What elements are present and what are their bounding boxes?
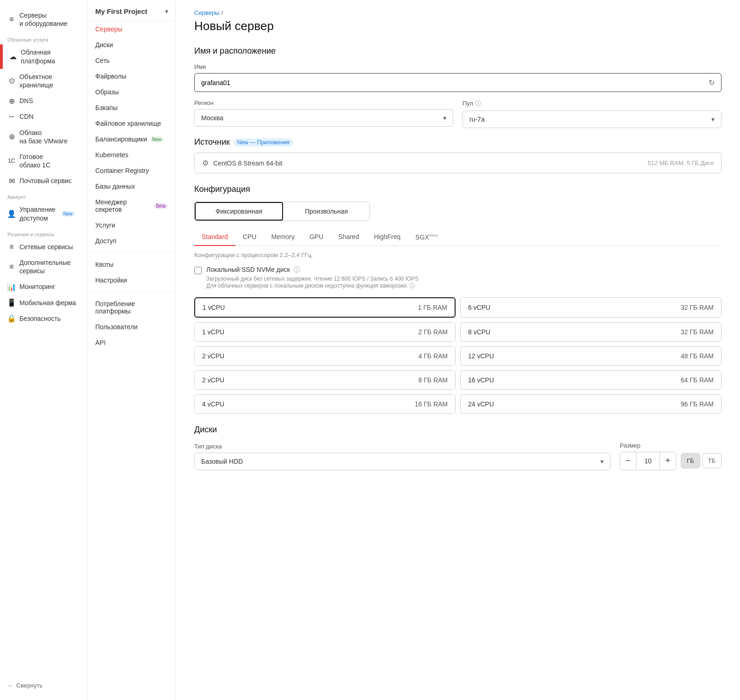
source-specs: 512 МБ RAM, 5 ГБ Диск [648,160,714,166]
config-fixed-btn[interactable]: Фиксированная [195,202,283,221]
config-custom-btn[interactable]: Произвольная [283,202,370,221]
unit-tb-btn[interactable]: ТБ [702,453,722,468]
unit-gb-btn[interactable]: ГБ [681,453,700,468]
mid-nav-kubernetes[interactable]: Kubernetes [88,147,175,163]
name-label: Имя [194,63,722,70]
config-option-1cpu-1ram[interactable]: 1 vCPU 1 ГБ RAM [194,297,456,318]
ssd-help-icon[interactable]: ⓘ [294,266,300,273]
page-title: Новый сервер [194,19,722,33]
sidebar-item-mobile-farm[interactable]: 📱 Мобильная ферма [0,295,87,311]
option-vcpu: 12 vCPU [468,352,494,360]
tab-sgx[interactable]: SGXBeta [408,228,445,246]
sidebar-item-mail[interactable]: ✉ Почтовый сервис [0,173,87,189]
config-toggle: Фиксированная Произвольная [194,202,370,221]
mid-nav-users-label: Пользователи [95,323,137,331]
disk-plus-btn[interactable]: + [660,452,676,470]
sidebar-item-vmware[interactable]: ⊛ Облакона базе VMware [0,125,87,149]
pool-select[interactable]: ru-7a ▾ [462,111,722,128]
mid-nav-container-registry[interactable]: Container Registry [88,163,175,178]
mid-nav-container-registry-label: Container Registry [95,167,149,174]
pool-help-icon[interactable]: ⓘ [475,100,481,107]
mid-nav-databases-label: Базы данных [95,183,135,190]
sidebar-item-security[interactable]: 🔒 Безопасность [0,311,87,326]
collapse-arrow: ← [7,682,13,689]
sidebar-item-cloud-platform[interactable]: ☁ Облачнаяплатформа [0,44,87,68]
sidebar-item-extra-services[interactable]: ≡ Дополнительныесервисы [0,255,87,279]
mid-nav-firewalls[interactable]: Файрволы [88,68,175,84]
sidebar-item-cdn[interactable]: ↔ CDN [0,109,87,124]
mid-nav-quotas[interactable]: Квоты [88,257,175,272]
config-option-2cpu-4ram[interactable]: 2 vCPU 4 ГБ RAM [194,346,456,366]
mid-nav-databases[interactable]: Базы данных [88,178,175,194]
mid-nav-file-storage[interactable]: Файловое хранилище [88,116,175,131]
tab-standard[interactable]: Standard [194,228,235,246]
sidebar-mid: My First Project ▾ Серверы Диски Сеть Фа… [88,0,176,700]
sidebar-item-dns[interactable]: ⊕ DNS [0,93,87,109]
tab-memory[interactable]: Memory [264,228,302,246]
mid-nav-access[interactable]: Доступ [88,233,175,249]
sidebar-item-monitoring[interactable]: 📊 Мониторинг [0,279,87,295]
mid-nav-images[interactable]: Образы [88,84,175,100]
option-vcpu: 1 vCPU [203,304,225,311]
mid-nav-secrets[interactable]: Менеджер секретов Beta [88,194,175,217]
mid-nav-disks[interactable]: Диски [88,37,175,53]
source-left: ⚙ CentOS 8 Stream 64-bit [202,159,282,167]
config-option-8cpu-32ram[interactable]: 8 vCPU 32 ГБ RAM [460,322,722,342]
config-option-1cpu-2ram[interactable]: 1 vCPU 2 ГБ RAM [194,322,456,342]
disk-type-value: Базовый HDD [201,458,243,465]
disk-minus-btn[interactable]: − [620,452,636,470]
source-box[interactable]: ⚙ CentOS 8 Stream 64-bit 512 МБ RAM, 5 Г… [194,153,722,173]
mid-nav-network[interactable]: Сеть [88,53,175,68]
tab-gpu[interactable]: GPU [302,228,331,246]
collapse-label: Свернуть [16,682,43,689]
config-option-2cpu-8ram[interactable]: 2 vCPU 8 ГБ RAM [194,370,456,390]
breadcrumb-link[interactable]: Серверы [194,9,219,16]
collapse-button[interactable]: ← Свернуть [0,678,87,693]
mid-nav-backups[interactable]: Бэкапы [88,100,175,116]
gear-icon: ⚙ [202,159,209,167]
disk-type-chevron-icon: ▾ [600,458,604,465]
project-chevron-icon: ▾ [165,8,168,15]
badge-beta-secrets: Beta [154,203,168,209]
ssd-hint-help-icon[interactable]: ⓘ [409,282,415,289]
disk-type-label: Тип диска [194,443,610,450]
mid-nav-settings[interactable]: Настройки [88,272,175,288]
config-option-24cpu-96ram[interactable]: 24 vCPU 96 ГБ RAM [460,394,722,414]
config-option-4cpu-16ram[interactable]: 4 vCPU 16 ГБ RAM [194,394,456,414]
disk-type-select[interactable]: Базовый HDD ▾ [194,453,610,470]
sidebar-item-access-control[interactable]: 👤 Управлениедоступом New [0,202,87,226]
pool-chevron-icon: ▾ [711,116,715,123]
mid-nav-platform-usage[interactable]: Потреблениеплатформы [88,296,175,319]
source-tag[interactable]: New — Приложения [234,138,293,147]
mid-nav-api[interactable]: API [88,335,175,350]
project-header[interactable]: My First Project ▾ [88,0,175,21]
unit-toggle: ГБ ТБ [681,453,722,468]
config-option-6cpu-32ram[interactable]: 6 vCPU 32 ГБ RAM [460,297,722,318]
sidebar-item-servers[interactable]: ≡ Серверыи оборудование [0,7,87,31]
sidebar-item-network-services[interactable]: ≡ Сетевые сервисы [0,239,87,255]
tab-highfreq[interactable]: HighFreq [366,228,408,246]
option-vcpu: 4 vCPU [202,400,224,408]
breadcrumb-separator: / [221,9,223,16]
name-input[interactable] [201,79,709,86]
tab-sgx-badge: Beta [429,233,438,238]
mid-nav-secrets-label: Менеджер секретов [95,198,151,213]
ssd-checkbox[interactable] [194,267,202,274]
mid-nav-backups-label: Бэкапы [95,104,117,111]
tab-shared[interactable]: Shared [331,228,366,246]
mid-nav-balancers[interactable]: Балансировщики New [88,131,175,147]
refresh-icon[interactable]: ↻ [709,78,715,87]
config-option-12cpu-48ram[interactable]: 12 vCPU 48 ГБ RAM [460,346,722,366]
mid-nav-servers[interactable]: Серверы [88,21,175,37]
mid-nav-users[interactable]: Пользователи [88,319,175,335]
sidebar-item-1c[interactable]: 1С Готовоеоблако 1С [0,149,87,173]
section-label-cloud: Облачные услуги [0,31,87,44]
sidebar-item-object-storage[interactable]: ⊙ Объектноехранилище [0,69,87,93]
region-select[interactable]: Москва ▾ [194,109,453,127]
name-input-wrapper[interactable]: ↻ [194,73,722,92]
tab-cpu[interactable]: CPU [235,228,264,246]
pool-label: Пул ⓘ [462,99,722,108]
config-option-16cpu-64ram[interactable]: 16 vCPU 64 ГБ RAM [460,370,722,390]
mid-nav-services[interactable]: Услуги [88,217,175,233]
badge-new: New [61,211,75,217]
